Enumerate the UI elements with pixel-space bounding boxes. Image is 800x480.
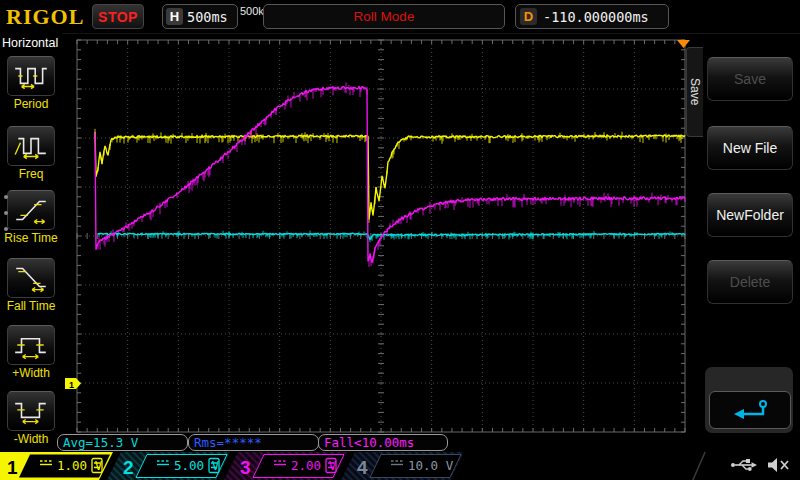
channel-status-bar[interactable]: 11.00 V25.00 V32.00 V410.0 V: [0, 452, 800, 480]
save-button[interactable]: Save: [707, 57, 793, 101]
ch1-level-marker[interactable]: 1: [65, 378, 81, 390]
channel-number: 1: [7, 457, 18, 478]
menu-tab-save[interactable]: Save: [686, 47, 703, 137]
new-folder-button[interactable]: NewFolder: [707, 193, 793, 237]
acquisition-mode: Roll Mode: [354, 9, 415, 24]
plus-width-icon: [12, 330, 50, 360]
delay-badge[interactable]: D -110.000000ms: [515, 4, 669, 29]
channel-1-status[interactable]: 11.00 V: [0, 452, 113, 480]
menu-page-dot: [4, 227, 8, 231]
measurement-fall[interactable]: Fall<10.00ms: [318, 434, 448, 451]
rigol-logo: RIGOL: [6, 4, 84, 30]
channel-4-status[interactable]: 410.0 V: [341, 452, 464, 480]
new-file-button[interactable]: New File: [707, 126, 793, 170]
channel-number: 2: [123, 457, 134, 478]
back-button[interactable]: [709, 391, 791, 429]
horizontal-key: H: [166, 8, 183, 25]
menu-item-label: Fall Time: [0, 299, 62, 313]
timebase-badge[interactable]: H 500ms: [162, 4, 238, 29]
menu-item-label: Freq: [0, 167, 62, 181]
channel-scale: 10.0 V: [408, 458, 454, 473]
measurement-avg[interactable]: Avg=15.3 V: [57, 434, 188, 451]
usb-icon: [730, 457, 760, 473]
menu-item-label: +Width: [0, 366, 62, 380]
acquisition-mode-box: Roll Mode: [263, 4, 505, 29]
menu-item-fall-time[interactable]: Fall Time: [0, 258, 62, 313]
delay-key: D: [520, 8, 537, 25]
minus-width-icon: [12, 396, 50, 426]
timebase-value: 500ms: [187, 9, 228, 25]
svg-text:1: 1: [69, 380, 74, 390]
speaker-muted-icon[interactable]: [766, 456, 791, 474]
channel-3-status[interactable]: 32.00 V: [224, 452, 347, 480]
scope-display: 1: [62, 33, 703, 448]
rise-time-icon: [12, 195, 50, 225]
channel-scale: 2.00 V: [291, 458, 337, 473]
menu-page-dot: [4, 195, 8, 199]
menu-item-freq[interactable]: Freq: [0, 126, 62, 181]
trace-ch1: [95, 129, 685, 223]
return-arrow-icon: [728, 398, 772, 422]
freq-icon: [12, 131, 50, 161]
trace-ch3: [95, 82, 685, 267]
menu-item-plus-width[interactable]: +Width: [0, 325, 62, 380]
menu-page-dot: [4, 211, 8, 215]
left-menu-title: Horizontal: [2, 36, 58, 50]
channel-number: 4: [357, 457, 368, 478]
period-icon: [12, 61, 50, 91]
status-icons: [730, 452, 800, 478]
horizontal-measure-menu: Horizontal Period Freq Rise Tim: [0, 33, 62, 480]
top-bar: RIGOL STOP H 500ms 500kSa/s Roll Mode D …: [0, 0, 800, 34]
channel-scale: 1.00 V: [57, 458, 103, 473]
menu-item-rise-time[interactable]: Rise Time: [0, 190, 62, 245]
delay-value: -110.000000ms: [543, 9, 649, 25]
menu-item-label: -Width: [0, 432, 62, 446]
graticule: [77, 40, 685, 432]
run-state-badge[interactable]: STOP: [92, 4, 144, 29]
oscilloscope-screen: RIGOL STOP H 500ms 500kSa/s Roll Mode D …: [0, 0, 800, 480]
menu-item-label: Period: [0, 97, 62, 111]
measurement-rms[interactable]: Rms=*****: [188, 434, 319, 451]
fall-time-icon: [12, 263, 50, 293]
menu-tab-label: Save: [688, 78, 702, 105]
channel-scale: 5.00 V: [174, 458, 220, 473]
menu-item-minus-width[interactable]: -Width: [0, 391, 62, 446]
menu-item-period[interactable]: Period: [0, 56, 62, 111]
channel-2-status[interactable]: 25.00 V: [107, 452, 230, 480]
menu-item-label: Rise Time: [0, 231, 62, 245]
delete-button[interactable]: Delete: [707, 260, 793, 304]
channel-number: 3: [240, 457, 251, 478]
